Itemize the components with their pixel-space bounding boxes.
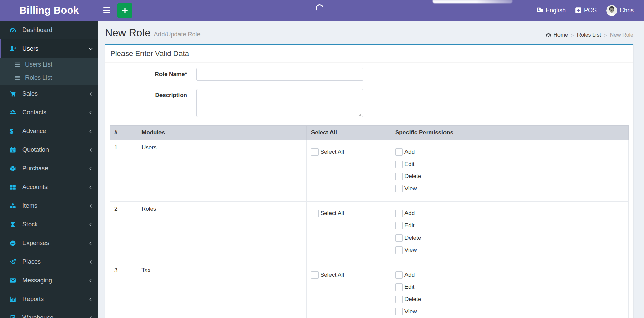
breadcrumb: HomeRoles ListNew Role xyxy=(546,32,633,38)
description-textarea[interactable] xyxy=(196,89,363,117)
dollar-icon: $ xyxy=(10,128,18,135)
chevron-left-icon xyxy=(88,185,93,190)
permission-add-checkbox[interactable] xyxy=(395,271,403,279)
column-header-modules: Modules xyxy=(137,126,307,140)
permission-view-checkbox[interactable] xyxy=(395,246,403,254)
permission-delete-checkbox[interactable] xyxy=(395,234,403,242)
sidebar-item-reports[interactable]: Reports xyxy=(0,290,98,308)
loading-spinner-icon xyxy=(315,3,325,14)
description-row: Description xyxy=(110,89,629,117)
permission-edit-label: Edit xyxy=(404,222,414,229)
quick-add-button[interactable] xyxy=(117,3,132,18)
users-icon xyxy=(10,109,18,116)
column-header-select-all: Select All xyxy=(307,126,391,140)
permission-add-checkbox[interactable] xyxy=(395,210,403,217)
app-logo[interactable]: Billing Book xyxy=(0,0,98,21)
sidebar-item-items[interactable]: Items xyxy=(0,197,98,215)
permission-edit-checkbox[interactable] xyxy=(395,161,403,168)
calculator-icon xyxy=(10,315,18,318)
permission-view-checkbox[interactable] xyxy=(395,185,403,192)
sidebar-item-label: Dashboard xyxy=(22,26,93,34)
sidebar-item-quotation[interactable]: Quotation xyxy=(0,141,98,159)
sidebar-item-label: Advance xyxy=(22,128,88,135)
chevron-left-icon xyxy=(88,222,93,227)
chevron-left-icon xyxy=(88,260,93,264)
permission-view-checkbox[interactable] xyxy=(395,308,403,315)
chevron-left-icon xyxy=(88,110,93,115)
permission-delete-checkbox[interactable] xyxy=(395,173,403,180)
permission-view-row: View xyxy=(395,185,624,192)
select-all-checkbox[interactable] xyxy=(311,148,319,156)
render-artifact xyxy=(433,0,512,3)
chevron-left-icon xyxy=(88,278,93,283)
sidebar-item-stock[interactable]: Stock xyxy=(0,215,98,234)
sidebar-item-dashboard[interactable]: Dashboard xyxy=(0,21,98,39)
breadcrumb-label: Roles List xyxy=(577,32,601,38)
sidebar-item-purchase[interactable]: Purchase xyxy=(0,159,98,178)
language-label: English xyxy=(546,7,566,14)
hourglass-icon xyxy=(10,221,18,228)
language-menu[interactable]: A English xyxy=(532,0,570,21)
sidebar-item-contacts[interactable]: Contacts xyxy=(0,103,98,122)
chevron-left-icon xyxy=(88,297,93,302)
permissions-cell: AddEditDeleteView xyxy=(391,140,629,202)
permission-delete-row: Delete xyxy=(395,234,624,242)
description-textarea-wrap xyxy=(196,89,363,117)
row-number-cell: 2 xyxy=(110,202,137,263)
sidebar-item-users-list[interactable]: Users List xyxy=(0,58,98,71)
pos-label: POS xyxy=(584,7,597,14)
chevron-down-icon xyxy=(88,46,93,51)
sidebar: Billing Book DashboardUsersUsers ListRol… xyxy=(0,0,98,318)
select-all-checkbox[interactable] xyxy=(311,271,319,279)
hamburger-menu-icon[interactable] xyxy=(99,0,115,21)
permissions-cell: AddEditDeleteView xyxy=(391,263,629,318)
permission-view-label: View xyxy=(404,308,417,315)
user-menu[interactable]: Chris xyxy=(602,0,639,21)
role-name-label: Role Name* xyxy=(110,71,196,78)
sidebar-item-label: Reports xyxy=(22,296,88,303)
chevron-left-icon xyxy=(88,204,93,208)
sidebar-item-label: Places xyxy=(22,258,88,265)
role-name-input[interactable] xyxy=(196,68,363,81)
navbar-right: A English POS xyxy=(532,0,644,21)
permission-edit-row: Edit xyxy=(395,222,624,229)
sidebar-item-expenses[interactable]: Expenses xyxy=(0,234,98,252)
sidebar-item-label: Roles List xyxy=(25,74,52,81)
sidebar-item-users[interactable]: Users xyxy=(0,39,98,58)
sidebar-item-warehouse[interactable]: Warehouse xyxy=(0,308,98,318)
permission-add-row: Add xyxy=(395,271,624,279)
breadcrumb-item-roles-list[interactable]: Roles List xyxy=(568,32,601,38)
sidebar-item-messaging[interactable]: Messaging xyxy=(0,271,98,290)
select-all-cell: Select All xyxy=(307,140,391,202)
sidebar-item-accounts[interactable]: Accounts xyxy=(0,178,98,197)
select-all-row: Select All xyxy=(311,271,386,279)
permission-edit-checkbox[interactable] xyxy=(395,283,403,291)
select-all-checkbox[interactable] xyxy=(311,210,319,217)
plus-icon xyxy=(121,7,128,14)
chevron-left-icon xyxy=(88,241,93,246)
app-title: Billing Book xyxy=(19,5,79,16)
sidebar-item-sales[interactable]: Sales xyxy=(0,85,98,103)
table-row-roles: 2RolesSelect AllAddEditDeleteView xyxy=(110,202,629,263)
row-number-cell: 1 xyxy=(110,140,137,202)
permission-view-row: View xyxy=(395,246,624,254)
pos-button[interactable]: POS xyxy=(570,0,602,21)
breadcrumb-item-home[interactable]: Home xyxy=(546,32,568,38)
envelope-icon xyxy=(10,277,18,284)
cube-icon xyxy=(10,165,18,172)
cart-icon xyxy=(10,91,18,97)
permission-delete-row: Delete xyxy=(395,296,624,303)
card-body: Role Name* Description #ModulesSelect Al… xyxy=(105,63,633,318)
select-all-row: Select All xyxy=(311,210,386,217)
permission-delete-checkbox[interactable] xyxy=(395,296,403,303)
permission-edit-checkbox[interactable] xyxy=(395,222,403,229)
description-label: Description xyxy=(110,89,196,99)
permission-delete-label: Delete xyxy=(404,235,421,241)
sidebar-item-roles-list[interactable]: Roles List xyxy=(0,71,98,85)
permission-add-checkbox[interactable] xyxy=(395,148,403,156)
sidebar-item-places[interactable]: Places xyxy=(0,252,98,271)
content-header: New RoleAdd/Update Role HomeRoles ListNe… xyxy=(105,26,633,44)
sidebar-item-advance[interactable]: $Advance xyxy=(0,122,98,141)
role-form-card: Please Enter Valid Data Role Name* Descr… xyxy=(105,44,633,318)
paper-plane-icon xyxy=(10,259,18,265)
